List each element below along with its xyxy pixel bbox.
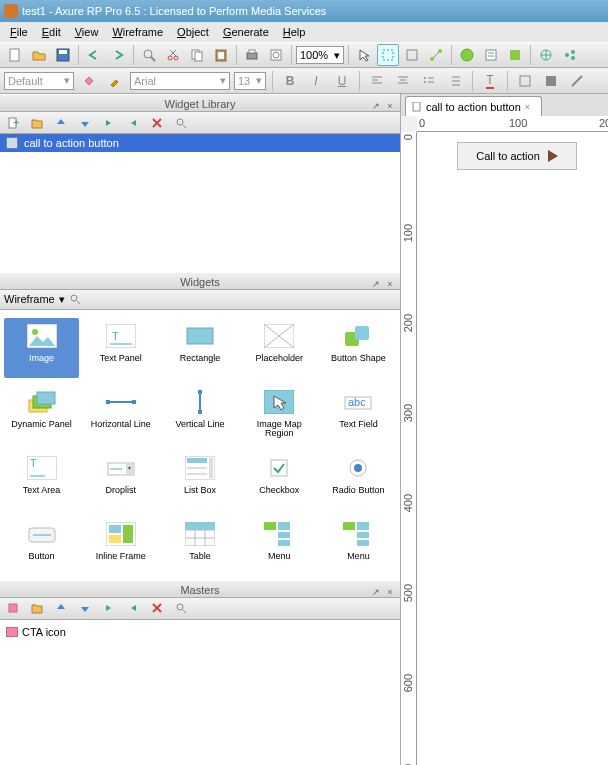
publish-button[interactable] bbox=[456, 44, 478, 66]
widget-menu[interactable]: Menu bbox=[242, 516, 317, 576]
gen1-button[interactable] bbox=[504, 44, 526, 66]
menu-view[interactable]: View bbox=[69, 24, 105, 40]
panel-close-icon[interactable]: × bbox=[384, 583, 396, 595]
save-button[interactable] bbox=[52, 44, 74, 66]
select-mode[interactable] bbox=[377, 44, 399, 66]
style-dropdown[interactable]: Default▾ bbox=[4, 72, 74, 90]
widget-placeholder[interactable]: Placeholder bbox=[242, 318, 317, 378]
axshare-button[interactable] bbox=[535, 44, 557, 66]
widget-vertical-line[interactable]: Vertical Line bbox=[162, 384, 237, 444]
italic-button[interactable]: I bbox=[305, 70, 327, 92]
delete-button[interactable] bbox=[146, 597, 168, 619]
spec-button[interactable] bbox=[480, 44, 502, 66]
delete-button[interactable] bbox=[146, 112, 168, 134]
open-button[interactable] bbox=[28, 44, 50, 66]
library-dropdown[interactable]: Wireframe bbox=[4, 293, 55, 305]
widget-library-bar: Wireframe▾ bbox=[0, 290, 400, 310]
widget-table[interactable]: Table bbox=[162, 516, 237, 576]
add-page-button[interactable]: + bbox=[2, 112, 24, 134]
redo-button[interactable] bbox=[107, 44, 129, 66]
widget-droplist[interactable]: Droplist bbox=[83, 450, 158, 510]
panel-close-icon[interactable]: × bbox=[384, 97, 396, 109]
panel-close-icon[interactable]: × bbox=[384, 275, 396, 287]
widget-rectangle[interactable]: Rectangle bbox=[162, 318, 237, 378]
move-down-button[interactable] bbox=[74, 597, 96, 619]
line-spacing-button[interactable] bbox=[444, 70, 466, 92]
select-tool[interactable] bbox=[353, 44, 375, 66]
indent-button[interactable] bbox=[122, 112, 144, 134]
widget-button-shape[interactable]: Button Shape bbox=[321, 318, 396, 378]
text-color-button[interactable]: T bbox=[479, 70, 501, 92]
search-button[interactable] bbox=[170, 112, 192, 134]
widget-text-area[interactable]: TText Area bbox=[4, 450, 79, 510]
widget-dynamic-panel[interactable]: Dynamic Panel bbox=[4, 384, 79, 444]
move-down-button[interactable] bbox=[74, 112, 96, 134]
fontsize-dropdown[interactable]: 13▾ bbox=[234, 72, 266, 90]
widget-icon bbox=[341, 322, 375, 350]
search-icon[interactable] bbox=[69, 293, 81, 305]
connect-tool[interactable] bbox=[425, 44, 447, 66]
menu-generate[interactable]: Generate bbox=[217, 24, 275, 40]
canvas[interactable]: Call to action bbox=[417, 132, 608, 765]
master-item[interactable]: CTA icon bbox=[4, 624, 396, 640]
widget-image-map-region[interactable]: Image Map Region bbox=[242, 384, 317, 444]
sitemap-item[interactable]: call to action button bbox=[0, 134, 400, 152]
svg-text:T: T bbox=[112, 330, 119, 342]
move-up-button[interactable] bbox=[50, 597, 72, 619]
cut-button[interactable] bbox=[162, 44, 184, 66]
outdent-button[interactable] bbox=[98, 112, 120, 134]
widget-horizontal-line[interactable]: Horizontal Line bbox=[83, 384, 158, 444]
undo-button[interactable] bbox=[83, 44, 105, 66]
move-up-button[interactable] bbox=[50, 112, 72, 134]
print-button[interactable] bbox=[241, 44, 263, 66]
align-center-button[interactable] bbox=[392, 70, 414, 92]
fill-color-button[interactable] bbox=[540, 70, 562, 92]
zoom-input[interactable]: 100%▾ bbox=[296, 46, 344, 64]
widget-text-field[interactable]: abcText Field bbox=[321, 384, 396, 444]
add-master-button[interactable] bbox=[2, 597, 24, 619]
brush-button[interactable] bbox=[104, 70, 126, 92]
widget-image[interactable]: Image bbox=[4, 318, 79, 378]
bullets-button[interactable] bbox=[418, 70, 440, 92]
menu-object[interactable]: Object bbox=[171, 24, 215, 40]
widget-inline-frame[interactable]: Inline Frame bbox=[83, 516, 158, 576]
panel-pin-icon[interactable]: ↗ bbox=[370, 583, 382, 595]
widget-checkbox[interactable]: Checkbox bbox=[242, 450, 317, 510]
paste-button[interactable] bbox=[210, 44, 232, 66]
widget-menu[interactable]: Menu bbox=[321, 516, 396, 576]
copy-button[interactable] bbox=[186, 44, 208, 66]
svg-rect-2 bbox=[59, 50, 67, 54]
new-button[interactable] bbox=[4, 44, 26, 66]
underline-button[interactable]: U bbox=[331, 70, 353, 92]
menu-file[interactable]: File bbox=[4, 24, 34, 40]
add-folder-button[interactable] bbox=[26, 597, 48, 619]
font-dropdown[interactable]: Arial▾ bbox=[130, 72, 230, 90]
menu-edit[interactable]: Edit bbox=[36, 24, 67, 40]
widget-icon: abc bbox=[341, 388, 375, 416]
search-button[interactable] bbox=[170, 597, 192, 619]
add-folder-button[interactable] bbox=[26, 112, 48, 134]
tab-call-to-action[interactable]: call to action button × bbox=[405, 96, 542, 116]
cta-widget[interactable]: Call to action bbox=[457, 142, 577, 170]
bold-button[interactable]: B bbox=[279, 70, 301, 92]
widget-text-panel[interactable]: TText Panel bbox=[83, 318, 158, 378]
fill-button[interactable] bbox=[78, 70, 100, 92]
border-button[interactable] bbox=[514, 70, 536, 92]
panel-pin-icon[interactable]: ↗ bbox=[370, 275, 382, 287]
share-button[interactable] bbox=[559, 44, 581, 66]
indent-button[interactable] bbox=[122, 597, 144, 619]
preview-button[interactable] bbox=[265, 44, 287, 66]
close-tab-icon[interactable]: × bbox=[525, 102, 535, 112]
line-color-button[interactable] bbox=[566, 70, 588, 92]
menu-help[interactable]: Help bbox=[277, 24, 312, 40]
widget-label: Rectangle bbox=[180, 354, 221, 374]
align-left-button[interactable] bbox=[366, 70, 388, 92]
widget-button[interactable]: Button bbox=[4, 516, 79, 576]
find-button[interactable] bbox=[138, 44, 160, 66]
widget-list-box[interactable]: List Box bbox=[162, 450, 237, 510]
panel-pin-icon[interactable]: ↗ bbox=[370, 97, 382, 109]
widget-radio-button[interactable]: Radio Button bbox=[321, 450, 396, 510]
region-tool[interactable] bbox=[401, 44, 423, 66]
outdent-button[interactable] bbox=[98, 597, 120, 619]
menu-wireframe[interactable]: Wireframe bbox=[106, 24, 169, 40]
